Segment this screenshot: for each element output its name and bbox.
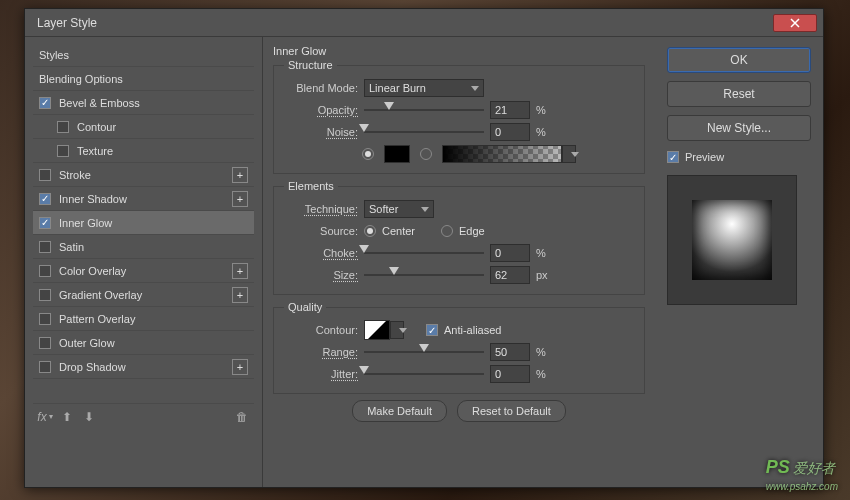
source-label: Source: xyxy=(284,225,358,237)
sidebar-item-drop-shadow[interactable]: Drop Shadow + xyxy=(33,355,254,379)
source-edge-label: Edge xyxy=(459,225,485,237)
noise-label: Noise: xyxy=(284,126,358,138)
choke-input[interactable]: 0 xyxy=(490,244,530,262)
panel-title: Inner Glow xyxy=(273,45,645,57)
contour-label: Contour: xyxy=(284,324,358,336)
structure-legend: Structure xyxy=(284,59,337,71)
close-button[interactable] xyxy=(773,14,817,32)
quality-legend: Quality xyxy=(284,301,326,313)
noise-input[interactable]: 0 xyxy=(490,123,530,141)
checkbox-icon[interactable] xyxy=(39,337,51,349)
jitter-slider[interactable] xyxy=(364,367,484,381)
close-icon xyxy=(790,18,800,28)
checkbox-icon[interactable] xyxy=(39,97,51,109)
sidebar-item-inner-glow[interactable]: Inner Glow xyxy=(33,211,254,235)
glow-color-swatch[interactable] xyxy=(384,145,410,163)
antialiased-checkbox[interactable] xyxy=(426,324,438,336)
sidebar-item-pattern-overlay[interactable]: Pattern Overlay xyxy=(33,307,254,331)
noise-slider[interactable] xyxy=(364,125,484,139)
checkbox-icon[interactable] xyxy=(39,289,51,301)
sidebar-styles[interactable]: Styles xyxy=(33,43,254,67)
checkbox-icon[interactable] xyxy=(39,169,51,181)
gradient-radio[interactable] xyxy=(420,148,432,160)
checkbox-icon[interactable] xyxy=(57,145,69,157)
opacity-label: Opacity: xyxy=(284,104,358,116)
source-center-radio[interactable] xyxy=(364,225,376,237)
sidebar-item-color-overlay[interactable]: Color Overlay + xyxy=(33,259,254,283)
move-down-icon[interactable]: ⬇ xyxy=(81,409,97,425)
checkbox-icon[interactable] xyxy=(39,193,51,205)
size-label: Size: xyxy=(284,269,358,281)
checkbox-icon[interactable] xyxy=(39,361,51,373)
reset-default-button[interactable]: Reset to Default xyxy=(457,400,566,422)
settings-panel: Inner Glow Structure Blend Mode: Linear … xyxy=(263,37,655,487)
reset-button[interactable]: Reset xyxy=(667,81,811,107)
blend-mode-label: Blend Mode: xyxy=(284,82,358,94)
antialiased-label: Anti-aliased xyxy=(444,324,501,336)
color-radio[interactable] xyxy=(362,148,374,160)
range-slider[interactable] xyxy=(364,345,484,359)
add-effect-icon[interactable]: + xyxy=(232,191,248,207)
sidebar-item-bevel-emboss[interactable]: Bevel & Emboss xyxy=(33,91,254,115)
size-input[interactable]: 62 xyxy=(490,266,530,284)
layer-style-dialog: Layer Style Styles Blending Options Beve… xyxy=(24,8,824,488)
blend-mode-select[interactable]: Linear Burn xyxy=(364,79,484,97)
sidebar-item-outer-glow[interactable]: Outer Glow xyxy=(33,331,254,355)
choke-slider[interactable] xyxy=(364,246,484,260)
sidebar-item-inner-shadow[interactable]: Inner Shadow + xyxy=(33,187,254,211)
range-label: Range: xyxy=(284,346,358,358)
sidebar-bottom-toolbar: fx▾ ⬆ ⬇ 🗑 xyxy=(33,403,254,429)
opacity-input[interactable]: 21 xyxy=(490,101,530,119)
make-default-button[interactable]: Make Default xyxy=(352,400,447,422)
sidebar-item-satin[interactable]: Satin xyxy=(33,235,254,259)
checkbox-icon[interactable] xyxy=(39,313,51,325)
quality-group: Quality Contour: Anti-aliased Range: 50 … xyxy=(273,301,645,394)
checkbox-icon[interactable] xyxy=(39,241,51,253)
sidebar-item-contour[interactable]: Contour xyxy=(33,115,254,139)
sidebar-blending-options[interactable]: Blending Options xyxy=(33,67,254,91)
add-effect-icon[interactable]: + xyxy=(232,167,248,183)
dialog-title: Layer Style xyxy=(31,16,773,30)
checkbox-icon[interactable] xyxy=(39,265,51,277)
styles-sidebar: Styles Blending Options Bevel & Emboss C… xyxy=(25,37,263,487)
add-effect-icon[interactable]: + xyxy=(232,359,248,375)
size-slider[interactable] xyxy=(364,268,484,282)
contour-dropdown-icon[interactable] xyxy=(390,321,404,339)
add-effect-icon[interactable]: + xyxy=(232,287,248,303)
elements-group: Elements Technique: Softer Source: Cente… xyxy=(273,180,645,295)
trash-icon[interactable]: 🗑 xyxy=(234,409,250,425)
opacity-slider[interactable] xyxy=(364,103,484,117)
new-style-button[interactable]: New Style... xyxy=(667,115,811,141)
sidebar-item-stroke[interactable]: Stroke + xyxy=(33,163,254,187)
source-edge-radio[interactable] xyxy=(441,225,453,237)
source-center-label: Center xyxy=(382,225,415,237)
technique-select[interactable]: Softer xyxy=(364,200,434,218)
move-up-icon[interactable]: ⬆ xyxy=(59,409,75,425)
range-input[interactable]: 50 xyxy=(490,343,530,361)
glow-gradient-select[interactable] xyxy=(442,145,576,163)
choke-label: Choke: xyxy=(284,247,358,259)
sidebar-item-gradient-overlay[interactable]: Gradient Overlay + xyxy=(33,283,254,307)
preview-checkbox[interactable] xyxy=(667,151,679,163)
elements-legend: Elements xyxy=(284,180,338,192)
checkbox-icon[interactable] xyxy=(39,217,51,229)
right-column: OK Reset New Style... Preview xyxy=(655,37,823,487)
ok-button[interactable]: OK xyxy=(667,47,811,73)
add-effect-icon[interactable]: + xyxy=(232,263,248,279)
jitter-label: Jitter: xyxy=(284,368,358,380)
preview-thumbnail xyxy=(667,175,797,305)
preview-label: Preview xyxy=(685,151,724,163)
titlebar: Layer Style xyxy=(25,9,823,37)
technique-label: Technique: xyxy=(284,203,358,215)
sidebar-item-texture[interactable]: Texture xyxy=(33,139,254,163)
structure-group: Structure Blend Mode: Linear Burn Opacit… xyxy=(273,59,645,174)
fx-menu-button[interactable]: fx▾ xyxy=(37,409,53,425)
contour-swatch[interactable] xyxy=(364,320,390,340)
checkbox-icon[interactable] xyxy=(57,121,69,133)
jitter-input[interactable]: 0 xyxy=(490,365,530,383)
